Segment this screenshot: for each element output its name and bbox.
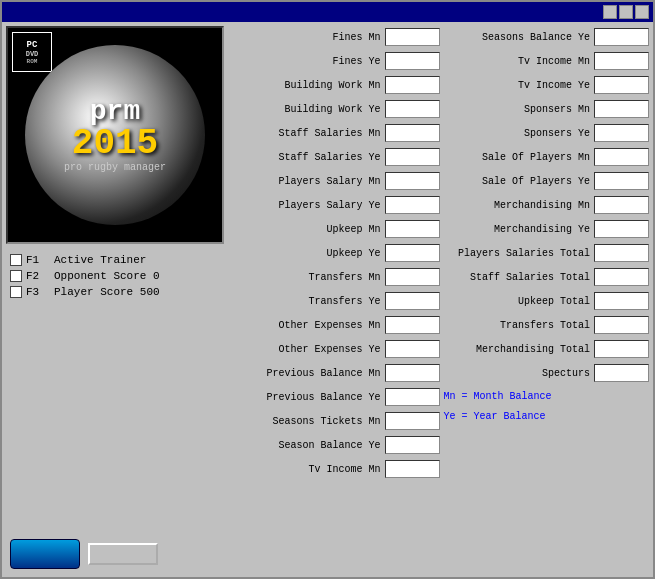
right-field-label-3: Sponsers Mn [444, 104, 593, 115]
close-window-button[interactable] [635, 5, 649, 19]
checkbox-f1[interactable] [10, 254, 22, 266]
left-field-input-18[interactable] [385, 460, 440, 478]
right-field-label-4: Sponsers Ye [444, 128, 593, 139]
right-field-input-10[interactable] [594, 268, 649, 286]
right-field-row-11: Upkeep Total [444, 290, 650, 312]
right-field-input-1[interactable] [594, 52, 649, 70]
left-field-label-9: Upkeep Ye [234, 248, 383, 259]
left-field-label-12: Other Expenses Mn [234, 320, 383, 331]
left-field-input-17[interactable] [385, 436, 440, 454]
left-field-label-10: Transfers Mn [234, 272, 383, 283]
paypal-area [10, 539, 224, 569]
paypal-button[interactable] [10, 539, 80, 569]
desc-f3: Player Score 500 [54, 286, 160, 298]
left-field-input-10[interactable] [385, 268, 440, 286]
left-field-input-6[interactable] [385, 172, 440, 190]
right-field-input-0[interactable] [594, 28, 649, 46]
hotkey-row-f1: F1 Active Trainer [10, 254, 224, 266]
key-f3: F3 [26, 286, 50, 298]
left-field-input-13[interactable] [385, 340, 440, 358]
left-field-label-15: Previous Balance Ye [234, 392, 383, 403]
right-field-input-13[interactable] [594, 340, 649, 358]
left-field-label-14: Previous Balance Mn [234, 368, 383, 379]
right-field-input-11[interactable] [594, 292, 649, 310]
logo-area: PC DVD ROM prm2015 pro rugby manager [6, 26, 224, 244]
right-field-label-10: Staff Salaries Total [444, 272, 593, 283]
left-field-input-16[interactable] [385, 412, 440, 430]
left-field-label-7: Players Salary Ye [234, 200, 383, 211]
minimize-button[interactable] [603, 5, 617, 19]
left-field-label-18: Tv Income Mn [234, 464, 383, 475]
left-field-label-3: Building Work Ye [234, 104, 383, 115]
left-field-row-6: Players Salary Mn [234, 170, 440, 192]
right-field-row-5: Sale Of Players Mn [444, 146, 650, 168]
logo-circle: prm2015 pro rugby manager [25, 45, 205, 225]
right-field-row-6: Sale Of Players Ye [444, 170, 650, 192]
right-field-input-8[interactable] [594, 220, 649, 238]
left-field-label-8: Upkeep Mn [234, 224, 383, 235]
hotkey-row-f2: F2 Opponent Score 0 [10, 270, 224, 282]
desc-f1: Active Trainer [54, 254, 146, 266]
left-field-row-17: Season Balance Ye [234, 434, 440, 456]
right-field-label-2: Tv Income Ye [444, 80, 593, 91]
right-field-input-4[interactable] [594, 124, 649, 142]
right-field-input-9[interactable] [594, 244, 649, 262]
right-field-row-4: Sponsers Ye [444, 122, 650, 144]
left-field-input-8[interactable] [385, 220, 440, 238]
left-field-input-2[interactable] [385, 76, 440, 94]
right-field-input-5[interactable] [594, 148, 649, 166]
note-text-16: Ye = Year Balance [444, 409, 546, 425]
desc-f2: Opponent Score 0 [54, 270, 160, 282]
right-field-input-12[interactable] [594, 316, 649, 334]
right-field-label-1: Tv Income Mn [444, 56, 593, 67]
left-field-row-2: Building Work Mn [234, 74, 440, 96]
right-field-input-3[interactable] [594, 100, 649, 118]
right-field-input-14[interactable] [594, 364, 649, 382]
left-field-input-15[interactable] [385, 388, 440, 406]
left-field-input-9[interactable] [385, 244, 440, 262]
right-field-input-2[interactable] [594, 76, 649, 94]
left-field-input-0[interactable] [385, 28, 440, 46]
left-field-label-13: Other Expenses Ye [234, 344, 383, 355]
left-field-input-5[interactable] [385, 148, 440, 166]
right-field-label-7: Merchandising Mn [444, 200, 593, 211]
left-field-input-12[interactable] [385, 316, 440, 334]
checkbox-f3[interactable] [10, 286, 22, 298]
left-field-input-14[interactable] [385, 364, 440, 382]
key-f2: F2 [26, 270, 50, 282]
right-field-row-14: Specturs [444, 362, 650, 384]
left-field-row-3: Building Work Ye [234, 98, 440, 120]
right-field-label-6: Sale Of Players Ye [444, 176, 593, 187]
right-field-label-13: Merchandising Total [444, 344, 593, 355]
right-field-input-7[interactable] [594, 196, 649, 214]
right-field-label-12: Transfers Total [444, 320, 593, 331]
left-field-input-11[interactable] [385, 292, 440, 310]
left-field-row-1: Fines Ye [234, 50, 440, 72]
right-field-row-8: Merchandising Ye [444, 218, 650, 240]
maximize-button[interactable] [619, 5, 633, 19]
left-field-row-8: Upkeep Mn [234, 218, 440, 240]
left-field-label-1: Fines Ye [234, 56, 383, 67]
left-field-input-4[interactable] [385, 124, 440, 142]
left-field-row-18: Tv Income Mn [234, 458, 440, 480]
left-field-input-3[interactable] [385, 100, 440, 118]
left-field-row-11: Transfers Ye [234, 290, 440, 312]
logo-main-text: prm2015 [64, 98, 166, 162]
hotkey-section: F1 Active Trainer F2 Opponent Score 0 F3… [6, 244, 228, 531]
left-field-input-7[interactable] [385, 196, 440, 214]
title-bar [2, 2, 653, 22]
left-field-row-9: Upkeep Ye [234, 242, 440, 264]
left-field-row-13: Other Expenses Ye [234, 338, 440, 360]
key-f1: F1 [26, 254, 50, 266]
right-field-row-2: Tv Income Ye [444, 74, 650, 96]
left-field-input-1[interactable] [385, 52, 440, 70]
checkbox-f2[interactable] [10, 270, 22, 282]
left-field-row-10: Transfers Mn [234, 266, 440, 288]
close-button[interactable] [88, 543, 158, 565]
left-field-row-15: Previous Balance Ye [234, 386, 440, 408]
left-field-row-5: Staff Salaries Ye [234, 146, 440, 168]
left-field-label-0: Fines Mn [234, 32, 383, 43]
right-field-input-6[interactable] [594, 172, 649, 190]
right-field-label-11: Upkeep Total [444, 296, 593, 307]
right-field-label-5: Sale Of Players Mn [444, 152, 593, 163]
